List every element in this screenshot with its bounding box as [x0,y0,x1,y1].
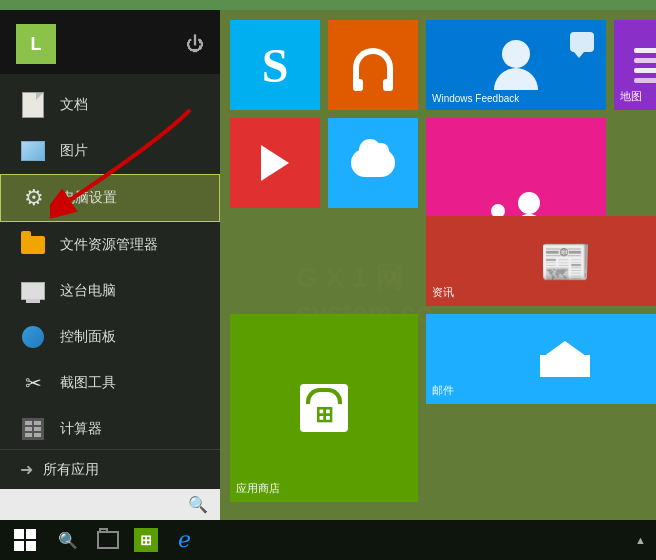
power-icon[interactable]: ⏻ [186,34,204,55]
tile-store[interactable]: ⊞ 应用商店 [230,314,418,502]
tile-feedback-label: Windows Feedback [432,93,519,104]
taskbar-app-explorer[interactable] [90,522,126,558]
tile-feedback[interactable]: Windows Feedback [426,20,606,110]
picture-icon [20,138,46,164]
news-icon: 📰 [539,237,591,286]
search-bar[interactable]: 🔍 [0,489,220,520]
menu-item-documents[interactable]: 文档 [0,82,220,128]
menu-item-calculator[interactable]: 计算器 [0,406,220,449]
menu-item-snipping-tool[interactable]: ✂ 截图工具 [0,360,220,406]
menu-item-pictures[interactable]: 图片 [0,128,220,174]
empty-cell-2 [328,216,418,306]
menu-items: 文档 图片 ⚙ 电脑设置 [0,74,220,449]
control-icon [20,324,46,350]
feedback-icon [494,40,538,90]
menu-item-file-explorer[interactable]: 文件资源管理器 [0,222,220,268]
tiles-panel: S Windows Feedback [220,10,656,520]
folder-icon [20,232,46,258]
store-taskbar-icon: ⊞ [134,528,158,552]
taskbar-app-ie[interactable]: ℯ [166,522,202,558]
arrow-right-icon: ➜ [20,460,33,479]
tile-video[interactable] [230,118,320,208]
all-apps-button[interactable]: ➜ 所有应用 [0,449,220,489]
windows-logo-icon [14,529,36,551]
tile-skype[interactable]: S [230,20,320,110]
cloud-icon [351,149,395,177]
tile-map[interactable]: 地图 [614,20,656,110]
scissors-icon: ✂ [20,370,46,396]
taskbar-app-store[interactable]: ⊞ [128,522,164,558]
chat-bubble-icon [570,32,594,52]
taskbar-search-button[interactable]: 🔍 [50,520,86,560]
avatar[interactable]: L [16,24,56,64]
store-icon: ⊞ [300,384,348,432]
tile-store-label: 应用商店 [236,481,280,496]
file-explorer-icon [97,531,119,549]
taskbar-apps: ⊞ ℯ [86,522,206,558]
start-menu: L ⏻ 文档 图片 [0,10,650,520]
user-header: L ⏻ [0,10,220,74]
menu-item-this-pc[interactable]: 这台电脑 [0,268,220,314]
taskbar: 🔍 ⊞ ℯ ▲ [0,520,656,560]
system-tray: ▲ [635,534,646,546]
desktop: G X 1 网system.co... L ⏻ 文档 [0,0,656,560]
start-button[interactable] [0,520,50,560]
internet-explorer-icon: ℯ [178,527,191,553]
computer-icon [20,278,46,304]
tile-map-label: 地图 [620,89,642,104]
tile-news[interactable]: 📰 资讯 [426,216,656,306]
user-info: L [16,24,56,64]
search-input[interactable] [12,497,180,512]
taskbar-right: ▲ [635,534,656,546]
menu-item-control-panel[interactable]: 控制面板 [0,314,220,360]
tile-news-label: 资讯 [432,285,454,300]
search-icon: 🔍 [58,531,78,550]
empty-cell-1 [230,216,320,306]
skype-icon: S [262,38,289,93]
map-icon [630,44,656,87]
calc-icon [20,416,46,442]
menu-item-pc-settings[interactable]: ⚙ 电脑设置 [0,174,220,222]
search-icon: 🔍 [188,495,208,514]
tile-headphones[interactable] [328,20,418,110]
video-icon [261,145,289,181]
mail-icon [540,341,590,377]
settings-icon: ⚙ [21,185,47,211]
tile-cloud[interactable] [328,118,418,208]
tile-mail-label: 邮件 [432,383,454,398]
left-panel: L ⏻ 文档 图片 [0,10,220,520]
headphones-icon [353,48,393,83]
tile-mail[interactable]: 邮件 [426,314,656,404]
document-icon [20,92,46,118]
